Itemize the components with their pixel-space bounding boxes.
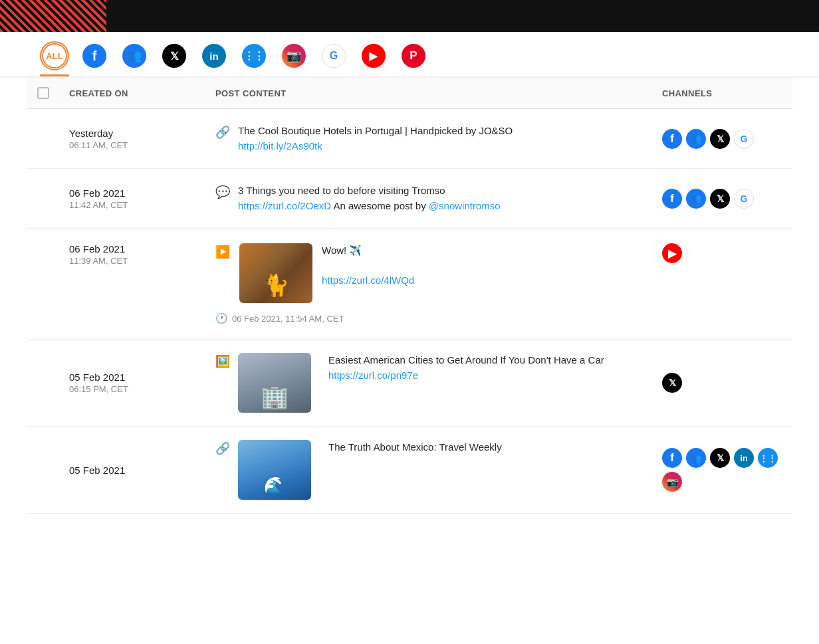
filter-tab-google[interactable]: G: [319, 41, 348, 70]
table-row: 05 Feb 2021 🔗 The Truth About Mexico: Tr…: [27, 427, 792, 514]
select-all-checkbox[interactable]: [37, 87, 49, 99]
row3-content-text: Wow! ✈️ https://zurl.co/4lWQd: [322, 243, 414, 288]
row3-date-time: 11:39 AM, CET: [69, 256, 215, 266]
table-row: Yesterday 06:11 AM, CET 🔗 The Cool Bouti…: [27, 109, 792, 169]
row3-content: ▶️ Wow! ✈️ https://zurl.co/4lWQd 🕐 06 Fe…: [215, 243, 662, 324]
row1-date-main: Yesterday: [69, 128, 215, 139]
row5-date: 05 Feb 2021: [69, 465, 215, 476]
filter-tab-row: ALL f 👥 𝕏 in ⋮⋮: [0, 32, 819, 78]
row2-content-text: 3 Things you need to do before visiting …: [238, 183, 501, 213]
filter-tab-youtube[interactable]: ▶: [359, 41, 388, 70]
filter-tab-wrapper-twitter: 𝕏: [160, 41, 189, 76]
filter-tab-buffer[interactable]: ⋮⋮: [239, 41, 269, 70]
channel-google-icon: G: [734, 129, 754, 149]
row1-date-time: 06:11 AM, CET: [69, 140, 215, 150]
row5-content: 🔗 The Truth About Mexico: Travel Weekly: [215, 440, 662, 500]
row5-content-text: The Truth About Mexico: Travel Weekly: [328, 440, 502, 455]
filter-tab-wrapper-instagram: 📷: [279, 41, 308, 76]
facebook-filter-icon: f: [82, 44, 106, 68]
table-header: CREATED ON POST CONTENT CHANNELS: [27, 78, 792, 109]
channel-groups-icon: 👥: [686, 189, 706, 209]
link-icon: 🔗: [215, 125, 230, 140]
row1-content-link[interactable]: http://bit.ly/2As90tk: [238, 140, 322, 152]
channel-twitter-icon: 𝕏: [710, 189, 730, 209]
row2-content-mention[interactable]: @snowintromso: [429, 200, 501, 211]
filter-tab-facebook[interactable]: f: [80, 41, 109, 70]
row3-image-row: ▶️ Wow! ✈️ https://zurl.co/4lWQd: [215, 243, 414, 303]
filter-tab-linkedin[interactable]: in: [199, 41, 229, 70]
row3-scheduled-time: 🕐 06 Feb 2021, 11:54 AM, CET: [215, 312, 414, 324]
header-channels: CHANNELS: [662, 88, 782, 98]
row5-date-main: 05 Feb 2021: [69, 465, 215, 476]
table-row: 05 Feb 2021 06:15 PM, CET 🖼️ Easiest Ame…: [27, 340, 792, 427]
filter-tab-wrapper-pinterest: P: [399, 41, 428, 76]
clock-icon: 🕐: [215, 312, 228, 324]
channel-instagram-icon: 📷: [662, 472, 682, 492]
row3-date: 06 Feb 2021 11:39 AM, CET: [69, 243, 215, 266]
pinterest-filter-icon: P: [402, 44, 425, 68]
top-decoration-bar: [0, 0, 819, 32]
row4-date-time: 06:15 PM, CET: [69, 384, 215, 394]
channel-google-icon: G: [734, 189, 754, 209]
channel-facebook-icon: f: [662, 189, 682, 209]
table-row: 06 Feb 2021 11:42 AM, CET 💬 3 Things you…: [27, 169, 792, 229]
row1-content-text: The Cool Boutique Hotels in Portugal | H…: [238, 124, 513, 154]
filter-tab-groups[interactable]: 👥: [120, 41, 149, 70]
filter-tab-wrapper-groups: 👥: [120, 41, 149, 76]
row5-channels: f 👥 𝕏 in ⋮⋮ 📷: [662, 448, 782, 492]
channel-facebook-icon: f: [662, 129, 682, 149]
channel-twitter-icon: 𝕏: [710, 448, 730, 468]
link-icon: 🔗: [215, 441, 230, 456]
channel-facebook-icon: f: [662, 448, 682, 468]
row1-date: Yesterday 06:11 AM, CET: [69, 128, 215, 150]
filter-tab-instagram[interactable]: 📷: [279, 41, 308, 70]
row2-content-link[interactable]: https://zurl.co/2OexD: [238, 200, 331, 211]
image-icon: 🖼️: [215, 354, 230, 369]
linkedin-filter-icon: in: [202, 44, 226, 68]
youtube-filter-icon: ▶: [362, 44, 386, 68]
row3-scheduled-time-text: 06 Feb 2021, 11:54 AM, CET: [232, 314, 344, 324]
row2-date: 06 Feb 2021 11:42 AM, CET: [69, 187, 215, 210]
posts-table: CREATED ON POST CONTENT CHANNELS Yesterd…: [0, 78, 819, 514]
row3-content-link[interactable]: https://zurl.co/4lWQd: [322, 274, 414, 286]
filter-tab-twitter[interactable]: 𝕏: [160, 41, 189, 70]
row4-content: 🖼️ Easiest American Cities to Get Around…: [215, 353, 662, 413]
channel-buffer-icon: ⋮⋮: [758, 448, 778, 468]
header-post-content: POST CONTENT: [215, 88, 662, 98]
google-filter-icon: G: [322, 44, 346, 68]
row4-channels: 𝕏: [662, 373, 782, 393]
row4-date-main: 05 Feb 2021: [69, 372, 215, 383]
twitter-filter-icon: 𝕏: [162, 44, 186, 68]
filter-tab-all-label: ALL: [42, 43, 67, 68]
filter-tab-all-underline: [40, 74, 69, 76]
row5-thumbnail: [238, 440, 311, 500]
table-row: 06 Feb 2021 11:39 AM, CET ▶️ Wow! ✈️ htt…: [27, 229, 792, 340]
filter-tab-wrapper-facebook: f: [80, 41, 109, 76]
channel-groups-icon: 👥: [686, 448, 706, 468]
header-checkbox-col: [37, 87, 69, 99]
channel-groups-icon: 👥: [686, 129, 706, 149]
filter-tab-wrapper-google: G: [319, 41, 348, 76]
filter-tab-wrapper-all: ALL: [40, 41, 69, 76]
row3-date-main: 06 Feb 2021: [69, 243, 215, 255]
row2-content: 💬 3 Things you need to do before visitin…: [215, 183, 662, 213]
channel-youtube-icon: ▶: [662, 243, 682, 263]
groups-filter-icon: 👥: [122, 44, 146, 68]
row3-channels: ▶: [662, 243, 782, 263]
row4-content-link[interactable]: https://zurl.co/pn97e: [328, 370, 418, 381]
row2-date-time: 11:42 AM, CET: [69, 200, 215, 210]
filter-tab-wrapper-linkedin: in: [199, 41, 229, 76]
channel-twitter-icon: 𝕏: [710, 129, 730, 149]
filter-tab-all[interactable]: ALL: [40, 41, 69, 70]
row1-channels: f 👥 𝕏 G: [662, 129, 782, 149]
buffer-filter-icon: ⋮⋮: [242, 44, 266, 68]
row3-content-with-image: ▶️ Wow! ✈️ https://zurl.co/4lWQd 🕐 06 Fe…: [215, 243, 414, 324]
instagram-filter-icon: 📷: [282, 44, 306, 68]
filter-tab-pinterest[interactable]: P: [399, 41, 428, 70]
row4-content-text: Easiest American Cities to Get Around If…: [328, 353, 662, 383]
filter-tab-wrapper-youtube: ▶: [359, 41, 388, 76]
channel-linkedin-icon: in: [734, 448, 754, 468]
filter-tab-wrapper-buffer: ⋮⋮: [239, 41, 269, 76]
header-created-on: CREATED ON: [69, 88, 215, 98]
row4-date: 05 Feb 2021 06:15 PM, CET: [69, 372, 215, 394]
